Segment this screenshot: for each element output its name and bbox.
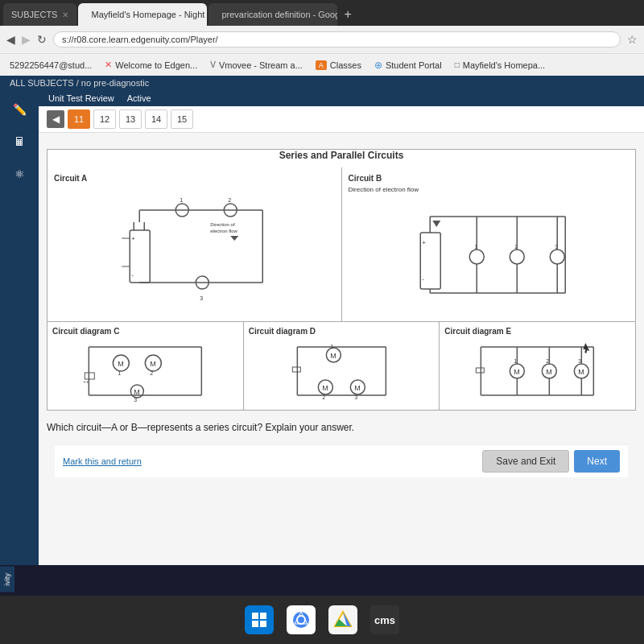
bookmark-classes-icon: A	[316, 60, 327, 70]
unit-test-status: Active	[127, 93, 151, 103]
question-12[interactable]: 12	[93, 109, 116, 129]
sidebar-icon-calculator[interactable]: 🖩	[6, 129, 32, 155]
circuit-title: Series and Parallel Circuits	[47, 150, 635, 161]
question-15[interactable]: 15	[171, 109, 193, 129]
bookmark-portal-icon: ⊕	[374, 60, 382, 71]
svg-text:3: 3	[354, 394, 357, 400]
address-bar: ◀ ▶ ↻ s://r08.core.learn.edgenuity.com/P…	[0, 26, 644, 53]
circuit-b-svg: + - 1	[349, 196, 630, 313]
tab-subjects-close[interactable]: ✕	[62, 10, 68, 19]
bookmark-account[interactable]: 5292256447@stud...	[6, 59, 95, 72]
reload-button[interactable]: ↻	[37, 33, 47, 46]
circuit-b: Circuit B Direction of electron flow + -	[342, 167, 636, 321]
svg-rect-90	[477, 368, 485, 373]
unit-test-bar: Unit Test Review Active	[39, 90, 644, 106]
circuit-container: Series and Parallel Circuits Circuit A	[47, 149, 636, 411]
tab-subjects-label: SUBJECTS	[11, 10, 57, 19]
tab-google-label: prevarication definition - Google...	[221, 10, 337, 19]
circuit-c: Circuit diagram C M 1 M	[47, 322, 244, 410]
bookmark-vmovee-label: Vmovee - Stream a...	[219, 60, 303, 70]
activity-label: ivity	[0, 567, 14, 592]
svg-text:3: 3	[134, 397, 137, 402]
svg-text:-: -	[131, 271, 134, 279]
forward-button[interactable]: ▶	[22, 33, 31, 46]
circuit-b-label: Circuit B	[349, 174, 630, 183]
tab-subjects[interactable]: SUBJECTS ✕	[3, 3, 76, 26]
back-button[interactable]: ◀	[6, 33, 15, 46]
svg-rect-93	[260, 613, 266, 619]
svg-text:M: M	[354, 384, 361, 392]
svg-rect-95	[260, 621, 266, 627]
circuit-d-label: Circuit diagram D	[249, 327, 435, 336]
taskbar-windows[interactable]	[245, 605, 274, 634]
svg-text:M: M	[322, 384, 328, 392]
content-area: Unit Test Review Active ◀ 11 12 13 14 15…	[39, 90, 644, 565]
bookmark-vmovee[interactable]: V Vmovee - Stream a...	[207, 59, 306, 72]
taskbar-chrome[interactable]	[287, 605, 316, 634]
svg-text:++: ++	[83, 379, 89, 384]
question-content: Series and Parallel Circuits Circuit A	[39, 141, 644, 485]
svg-text:+: +	[422, 239, 426, 246]
svg-text:2: 2	[228, 197, 231, 203]
mark-return-link[interactable]: Mark this and return	[63, 456, 142, 466]
taskbar-cms[interactable]: cms	[370, 605, 399, 634]
svg-text:electron flow: electron flow	[210, 229, 237, 233]
tab-mayfield[interactable]: Mayfield's Homepage - Night &... ✕	[78, 3, 207, 26]
svg-marker-91	[584, 343, 590, 353]
circuit-c-label: Circuit diagram C	[52, 327, 238, 336]
circuit-b-sublabel: Direction of electron flow	[349, 186, 630, 193]
question-navigation: ◀ 11 12 13 14 15	[39, 106, 644, 133]
svg-point-31	[510, 250, 524, 264]
circuit-e-label: Circuit diagram E	[444, 327, 630, 336]
bookmark-home-label: Mayfield's Homepa...	[463, 60, 545, 70]
new-tab-button[interactable]: +	[339, 7, 356, 22]
circuit-a: Circuit A	[47, 167, 342, 321]
bookmark-classes[interactable]: A Classes	[312, 59, 365, 72]
tab-google[interactable]: prevarication definition - Google... ✕	[208, 3, 337, 26]
svg-text:3: 3	[200, 295, 203, 301]
svg-text:M: M	[547, 368, 553, 376]
taskbar-drive[interactable]	[328, 605, 357, 634]
circuit-d-svg: M 1 M 2 M 3	[249, 339, 435, 403]
taskbar: cms	[0, 596, 644, 644]
question-11[interactable]: 11	[68, 109, 90, 129]
save-exit-button[interactable]: Save and Exit	[482, 450, 569, 473]
bookmark-student-portal[interactable]: ⊕ Student Portal	[371, 58, 445, 72]
svg-rect-94	[252, 621, 258, 627]
svg-point-27	[469, 250, 484, 264]
sidebar-icon-atom[interactable]: ⚛	[6, 161, 32, 187]
bookmarks-bar: 5292256447@stud... ✕ Welcome to Edgen...…	[0, 53, 644, 76]
bookmark-welcome-icon: ✕	[105, 60, 112, 70]
breadcrumb: ALL SUBJECTS / no pre-diagnostic	[0, 76, 644, 90]
bottom-actions: Mark this and return Save and Exit Next	[55, 444, 628, 477]
svg-text:M: M	[579, 368, 585, 376]
bookmark-mayfield-home[interactable]: □ Mayfield's Homepa...	[452, 59, 548, 72]
question-13[interactable]: 13	[119, 109, 142, 129]
circuit-top-row: Circuit A	[47, 167, 635, 322]
bookmark-welcome[interactable]: ✕ Welcome to Edgen...	[101, 58, 200, 72]
bookmark-portal-label: Student Portal	[386, 60, 442, 70]
bookmark-welcome-label: Welcome to Edgen...	[115, 60, 197, 70]
svg-rect-52	[85, 373, 94, 379]
sidebar-icon-pencil[interactable]: ✏️	[6, 97, 32, 122]
svg-point-35	[550, 250, 564, 264]
prev-question-button[interactable]: ◀	[47, 110, 64, 128]
tab-bar: SUBJECTS ✕ Mayfield's Homepage - Night &…	[0, 0, 644, 26]
cms-label: cms	[374, 614, 395, 626]
svg-text:1: 1	[118, 370, 121, 376]
action-buttons: Save and Exit Next	[482, 450, 620, 473]
circuit-c-svg: M 1 M 2 ++ M 3	[52, 339, 238, 403]
address-input[interactable]: s://r08.core.learn.edgenuity.com/Player/	[53, 31, 621, 47]
svg-marker-11	[230, 236, 238, 241]
svg-text:-: -	[422, 275, 424, 283]
next-button[interactable]: Next	[574, 450, 620, 473]
question-14[interactable]: 14	[145, 109, 167, 129]
bookmark-button[interactable]: ☆	[627, 33, 638, 46]
bookmark-classes-label: Classes	[330, 60, 361, 70]
bookmark-vmovee-icon: V	[210, 60, 216, 69]
svg-marker-26	[432, 221, 440, 227]
svg-text:Direction of: Direction of	[210, 222, 235, 227]
tab-mayfield-label: Mayfield's Homepage - Night &...	[91, 10, 207, 19]
svg-text:M: M	[150, 360, 156, 368]
breadcrumb-text: ALL SUBJECTS / no pre-diagnostic	[10, 78, 149, 88]
